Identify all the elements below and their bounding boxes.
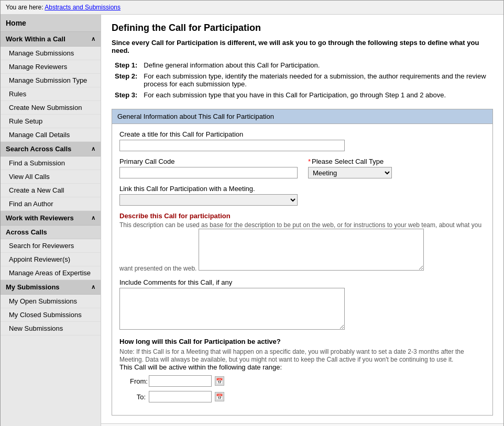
sidebar-section-my-submissions-label: My Submissions	[6, 283, 60, 291]
active-group: How long will this Call for Participatio…	[119, 338, 485, 402]
active-note: Note: If this Call is for a Meeting that…	[119, 348, 464, 363]
sidebar-item-create-new-call[interactable]: Create a New Call	[1, 184, 101, 197]
sidebar-item-manage-submissions[interactable]: Manage Submissions	[1, 47, 101, 60]
describe-textarea[interactable]	[199, 229, 424, 271]
breadcrumb-link[interactable]: Abstracts and Submissions	[45, 4, 120, 11]
steps-table: Step 1: Define general information about…	[112, 60, 493, 100]
sidebar-item-find-author[interactable]: Find an Author	[1, 197, 101, 211]
comments-textarea[interactable]	[119, 288, 345, 330]
sidebar-item-view-all-calls[interactable]: View All Calls	[1, 170, 101, 184]
from-row: From: 📅	[130, 375, 485, 387]
sidebar-subsection-across-calls[interactable]: Across Calls	[1, 226, 101, 239]
call-type-col: *Please Select Call Type Meeting Confere…	[308, 158, 392, 178]
call-type-select[interactable]: Meeting Conference Workshop Symposium	[308, 167, 392, 178]
from-label: From:	[130, 377, 146, 385]
chevron-up-icon-3: ∧	[91, 215, 95, 221]
info-panel: General Information about This Call for …	[112, 109, 493, 416]
sidebar-item-rules[interactable]: Rules	[1, 87, 101, 101]
comments-label: Include Comments for this Call, if any	[119, 278, 485, 286]
title-label: Create a title for this Call for Partici…	[119, 130, 485, 138]
sidebar-item-find-submission[interactable]: Find a Submission	[1, 156, 101, 170]
content-area: Defining the Call for Participation Sinc…	[101, 15, 503, 426]
step-1-row: Step 1: Define general information about…	[112, 60, 493, 71]
sidebar-item-manage-call-details[interactable]: Manage Call Details	[1, 128, 101, 142]
sidebar-section-work-reviewers-label: Work with Reviewers	[6, 214, 74, 222]
from-date-input[interactable]	[149, 375, 212, 387]
link-meeting-select[interactable]	[119, 194, 298, 206]
sidebar-item-new-submissions[interactable]: New Submissions	[1, 322, 101, 335]
breadcrumb-prefix: You are here:	[6, 4, 43, 11]
title-input[interactable]	[119, 140, 345, 151]
to-label: To:	[130, 393, 146, 401]
step-2-row: Step 2: For each submission type, identi…	[112, 71, 493, 89]
info-panel-body: Create a title for this Call for Partici…	[112, 124, 492, 415]
sidebar-item-create-new-submission[interactable]: Create New Submission	[1, 101, 101, 115]
to-calendar-icon[interactable]: 📅	[215, 392, 224, 401]
sidebar-section-my-submissions[interactable]: My Submissions ∧	[1, 280, 101, 295]
primary-code-input[interactable]	[119, 167, 298, 178]
chevron-up-icon-4: ∧	[91, 284, 95, 290]
step-2-text: For each submission type, identify the m…	[140, 71, 493, 89]
chevron-up-icon-2: ∧	[91, 145, 95, 152]
step-3-label: Step 3:	[112, 89, 140, 100]
link-meeting-label: Link this Call for Participation with a …	[119, 185, 485, 193]
from-calendar-icon[interactable]: 📅	[215, 376, 224, 386]
breadcrumb: You are here: Abstracts and Submissions	[1, 1, 503, 15]
sidebar-item-search-reviewers[interactable]: Search for Reviewers	[1, 239, 101, 253]
active-range-text: This Call will be active within the foll…	[119, 363, 485, 371]
sidebar-section-work-within[interactable]: Work Within a Call ∧	[1, 32, 101, 47]
step-3-text: For each submission type that you have i…	[140, 89, 493, 100]
primary-code-col: Primary Call Code	[119, 158, 298, 178]
info-panel-header: General Information about This Call for …	[112, 109, 492, 124]
comments-group: Include Comments for this Call, if any	[119, 278, 485, 331]
sidebar-section-work-within-label: Work Within a Call	[6, 35, 65, 43]
sidebar-section-search-across[interactable]: Search Across Calls ∧	[1, 142, 101, 156]
footer: Continue	[101, 423, 503, 426]
sidebar: Home Work Within a Call ∧ Manage Submiss…	[1, 15, 101, 426]
sidebar-item-rule-setup[interactable]: Rule Setup	[1, 115, 101, 128]
intro-text: Since every Call for Participation is di…	[112, 39, 493, 54]
sidebar-home[interactable]: Home	[1, 15, 101, 32]
primary-code-label: Primary Call Code	[119, 158, 298, 165]
describe-label: Describe this Call for participation	[119, 212, 485, 220]
sidebar-section-search-across-label: Search Across Calls	[6, 145, 71, 153]
page-title: Defining the Call for Participation	[112, 23, 493, 33]
step-3-row: Step 3: For each submission type that yo…	[112, 89, 493, 100]
sidebar-item-closed-submissions[interactable]: My Closed Submissions	[1, 308, 101, 322]
sidebar-item-open-submissions[interactable]: My Open Submissions	[1, 295, 101, 308]
required-star: *	[308, 158, 311, 165]
main-content: Defining the Call for Participation Sinc…	[101, 15, 503, 423]
sidebar-item-manage-expertise[interactable]: Manage Areas of Expertise	[1, 266, 101, 280]
sidebar-section-work-reviewers[interactable]: Work with Reviewers ∧	[1, 211, 101, 226]
step-2-label: Step 2:	[112, 71, 140, 89]
describe-group: Describe this Call for participation Thi…	[119, 212, 485, 272]
sidebar-item-manage-submission-type[interactable]: Manage Submission Type	[1, 74, 101, 87]
sidebar-item-appoint-reviewer[interactable]: Appoint Reviewer(s)	[1, 253, 101, 266]
step-1-text: Define general information about this Ca…	[140, 60, 493, 71]
link-meeting-group: Link this Call for Participation with a …	[119, 185, 485, 206]
main-layout: Home Work Within a Call ∧ Manage Submiss…	[1, 15, 503, 426]
app-container: You are here: Abstracts and Submissions …	[0, 0, 504, 426]
sidebar-item-manage-reviewers[interactable]: Manage Reviewers	[1, 60, 101, 74]
active-label: How long will this Call for Participatio…	[119, 338, 485, 345]
code-type-row: Primary Call Code *Please Select Call Ty…	[119, 158, 485, 178]
title-group: Create a title for this Call for Partici…	[119, 130, 485, 151]
to-row: To: 📅	[130, 391, 485, 402]
chevron-up-icon: ∧	[91, 36, 95, 42]
step-1-label: Step 1:	[112, 60, 140, 71]
call-type-label: *Please Select Call Type	[308, 158, 392, 165]
to-date-input[interactable]	[149, 391, 212, 402]
